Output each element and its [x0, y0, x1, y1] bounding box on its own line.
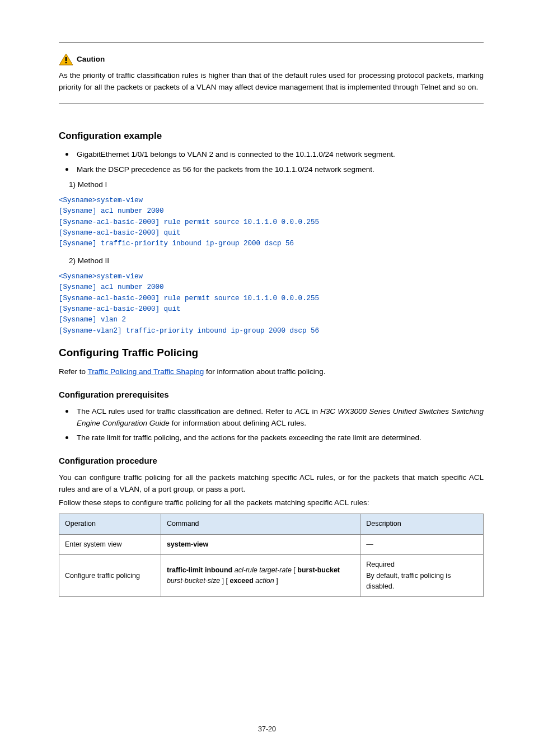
cmd-acl: acl-rule: [235, 566, 257, 574]
list-item: Mark the DSCP precedence as 56 for the p…: [69, 164, 484, 176]
cell-desc: Required By default, traffic policing is…: [360, 555, 484, 597]
method-1-code: <Sysname>system-view [Sysname] acl numbe…: [59, 195, 484, 250]
method-2-code: <Sysname>system-view [Sysname] acl numbe…: [59, 272, 484, 337]
example-bullets: GigabitEthernet 1/0/1 belongs to VLAN 2 …: [59, 149, 484, 176]
cell-desc: —: [360, 534, 484, 554]
prereq-list: The ACL rules used for traffic classific…: [59, 406, 484, 445]
cmd-bb-kw: burst-bucket: [297, 566, 340, 574]
policing-title: Configuring Traffic Policing: [59, 344, 484, 361]
warning-icon: [59, 53, 73, 66]
cell-cmd: system-view: [161, 534, 360, 554]
desc2: By default, traffic policing is disabled…: [366, 571, 477, 592]
page-number: 37-20: [0, 724, 534, 735]
policing-intro: Refer to Traffic Policing and Traffic Sh…: [59, 366, 484, 378]
cell-op: Enter system view: [59, 534, 161, 554]
config-table: Operation Command Description Enter syst…: [59, 514, 484, 597]
cell-op: Configure traffic policing: [59, 555, 161, 597]
caution-text: As the priority of traffic classificatio…: [59, 70, 484, 94]
cmd-pre: traffic-limit inbound: [167, 566, 235, 574]
example-title: Configuration example: [59, 129, 484, 143]
traffic-policing-link[interactable]: Traffic Policing and Traffic Shaping: [88, 367, 204, 376]
col-command: Command: [161, 514, 360, 534]
prereq-title: Configuration prerequisites: [59, 388, 484, 401]
acl-post: for information about defining ACL rules…: [170, 419, 306, 427]
cell-cmd: traffic-limit inbound acl-rule target-ra…: [161, 555, 360, 597]
table-row: Configure traffic policing traffic-limit…: [59, 555, 484, 597]
method-1-label: 1) Method I: [59, 179, 484, 191]
table-header-row: Operation Command Description: [59, 514, 484, 534]
caution-header: Caution: [59, 53, 484, 66]
svg-rect-2: [65, 62, 67, 64]
mb: ] [: [220, 577, 229, 585]
acl-pre: The ACL rules used for traffic classific…: [77, 407, 295, 416]
acl-ref: ACL: [295, 407, 310, 416]
proc-p1: You can configure traffic policing for a…: [59, 472, 484, 496]
cmd-text: system-view: [167, 540, 208, 548]
list-item: GigabitEthernet 1/0/1 belongs to VLAN 2 …: [69, 149, 484, 161]
proc-title: Configuration procedure: [59, 454, 484, 467]
cmd-tr: target-rate: [257, 566, 292, 574]
svg-rect-1: [65, 57, 67, 61]
method-2-label: 2) Method II: [59, 255, 484, 267]
list-item: The rate limit for traffic policing, and…: [69, 432, 484, 444]
col-operation: Operation: [59, 514, 161, 534]
cmd-exceed: exceed: [229, 577, 253, 585]
caution-label: Caution: [77, 54, 105, 66]
list-item: The ACL rules used for traffic classific…: [69, 406, 484, 430]
desc1: Required: [366, 559, 477, 570]
lb: [: [292, 566, 297, 574]
cmd-bb-val: burst-bucket-size: [167, 577, 220, 585]
rb: ]: [274, 577, 278, 585]
intro-pre: Refer to: [59, 367, 88, 376]
col-description: Description: [360, 514, 484, 534]
acl-mid: in: [310, 407, 320, 416]
intro-post: for information about traffic policing.: [204, 367, 325, 376]
table-row: Enter system view system-view —: [59, 534, 484, 554]
cmd-action: action: [255, 577, 274, 585]
proc-p2: Follow these steps to configure traffic …: [59, 497, 484, 509]
